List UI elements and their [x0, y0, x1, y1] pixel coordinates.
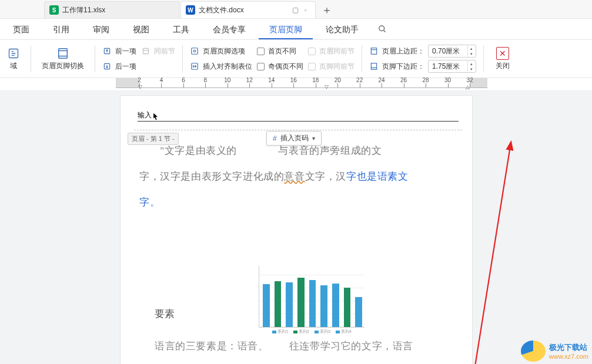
menu-view[interactable]: 视图: [122, 19, 160, 39]
ribbon-header-margin: 页眉上边距： 0.70厘米 ▴▾: [369, 45, 476, 57]
ribbon-header-same-section: 页眉同前节: [308, 45, 354, 57]
ribbon-first-diff[interactable]: 首页不同: [257, 45, 303, 57]
next-icon: [102, 62, 112, 71]
document-page[interactable]: 输入 页眉 - 第 1 节 - # 插入页码 ▾ 缩进"文字是由表义的隐藏占位与…: [121, 96, 472, 364]
menu-quote[interactable]: 引用: [42, 19, 80, 39]
header-margin-icon: [369, 46, 379, 56]
search-button[interactable]: [372, 25, 393, 33]
menu-thesis[interactable]: 论文助手: [315, 19, 369, 39]
indent-marker-right[interactable]: △: [466, 84, 470, 90]
field-icon: [7, 47, 20, 60]
chart-bars: [263, 269, 362, 327]
embedded-bar-chart[interactable]: 系列1系列2系列3系列4: [259, 266, 364, 328]
ribbon-odd-even-diff[interactable]: 奇偶页不同: [257, 60, 303, 72]
menu-tools[interactable]: 工具: [162, 19, 200, 39]
close-label: 关闭: [496, 61, 510, 71]
body-paragraph-2[interactable]: 语言的三要素是：语音、 往连带学习它的文字，语言: [155, 339, 457, 353]
footer-margin-icon: [369, 62, 379, 71]
ribbon-switch-label: 页眉页脚切换: [42, 61, 84, 71]
close-icon: ✕: [496, 47, 509, 60]
menu-page[interactable]: 页面: [2, 19, 40, 39]
header-edit-area[interactable]: 输入: [137, 109, 459, 129]
site-watermark: 极光下载站 www.xz7.com: [521, 341, 588, 362]
switch-hf-icon: [56, 47, 69, 60]
ribbon-same-section-group: 同前节 x: [141, 45, 175, 72]
tab-label: 文档文件.docx: [199, 5, 244, 15]
ribbon-section-group: 页眉同前节 页脚同前节: [308, 45, 354, 72]
checkbox-icon[interactable]: [257, 48, 265, 55]
svg-rect-8: [143, 48, 148, 53]
svg-rect-3: [59, 48, 68, 58]
ribbon-nav-group: 前一项 后一项: [102, 45, 136, 72]
tab-extra-controls: ▢ ◦: [292, 6, 307, 14]
checkbox-icon: [308, 63, 316, 70]
watermark-title: 极光下载站: [549, 342, 588, 353]
ribbon-next-item[interactable]: 后一项: [102, 60, 136, 72]
document-tab-docx[interactable]: W 文档文件.docx ▢ ◦: [180, 1, 316, 18]
ribbon-switch-hf[interactable]: 页眉页脚切换: [38, 47, 88, 71]
options-icon: [190, 46, 199, 56]
tabstop-icon: [190, 62, 199, 71]
document-tabstrip: S 工作簿11.xlsx W 文档文件.docx ▢ ◦ ＋: [0, 0, 592, 19]
ribbon-footer-margin: 页脚下边距： 1.75厘米 ▴▾: [369, 60, 476, 72]
header-margin-input[interactable]: 0.70厘米 ▴▾: [428, 45, 476, 58]
svg-rect-10: [192, 48, 198, 55]
ribbon-prev-item[interactable]: 前一项: [102, 45, 136, 57]
ribbon-hf-options[interactable]: 页眉页脚选项: [190, 45, 252, 57]
ribbon-field-label: 域: [10, 61, 17, 71]
document-tab-xlsx[interactable]: S 工作簿11.xlsx: [44, 1, 179, 18]
word-icon: W: [186, 5, 195, 15]
menu-review[interactable]: 审阅: [82, 19, 120, 39]
svg-point-0: [379, 26, 384, 31]
present-icon[interactable]: ▢: [292, 6, 299, 14]
menubar: 页面 引用 审阅 视图 工具 会员专享 页眉页脚 论文助手: [0, 19, 592, 40]
ribbon-diff-group: 首页不同 奇偶页不同: [257, 45, 303, 72]
checkbox-icon[interactable]: [257, 63, 265, 70]
search-icon: [378, 25, 387, 33]
hyperlink-text[interactable]: 字也是语素文: [346, 171, 409, 182]
ribbon-field[interactable]: 域: [4, 47, 24, 71]
hyperlink-text[interactable]: 字。: [139, 197, 160, 208]
ribbon-insert-tabstop[interactable]: 插入对齐制表位: [190, 60, 252, 72]
footer-margin-input[interactable]: 1.75厘米 ▴▾: [428, 60, 476, 73]
ribbon-footer-same-section: 页脚同前节: [308, 60, 354, 72]
svg-line-17: [474, 143, 511, 364]
svg-line-1: [383, 30, 385, 32]
header-placeholder[interactable]: 输入: [138, 110, 159, 120]
ribbon: 域 页眉页脚切换 前一项 后一项 同前节 x: [0, 40, 592, 78]
new-tab-button[interactable]: ＋: [317, 1, 337, 18]
watermark-url: www.xz7.com: [549, 353, 588, 360]
spreadsheet-icon: S: [49, 5, 59, 15]
subheading-elements[interactable]: 要素: [155, 307, 175, 321]
same-section-icon: [141, 46, 150, 56]
tab-label: 工作簿11.xlsx: [62, 5, 105, 15]
more-icon[interactable]: ◦: [305, 6, 307, 14]
prev-icon: [102, 46, 112, 56]
watermark-logo-icon: [521, 341, 546, 362]
body-paragraph-1[interactable]: 缩进"文字是由表义的隐藏占位与表音的声旁组成的文 字，汉字是由表形文字进化成的意…: [139, 138, 457, 216]
chart-legend: 系列1系列2系列3系列4: [259, 329, 364, 335]
checkbox-icon: [308, 48, 316, 55]
svg-rect-13: [371, 48, 376, 55]
spin-buttons[interactable]: ▴▾: [467, 61, 475, 72]
indent-marker[interactable]: ▽: [325, 84, 329, 90]
ruler-wrap: ▽ ▽ △ 2468101214161820222426283032: [0, 78, 592, 91]
menu-header-footer[interactable]: 页眉页脚: [259, 19, 313, 39]
menu-member[interactable]: 会员专享: [202, 19, 256, 39]
svg-rect-15: [371, 63, 376, 70]
workspace: 输入 页眉 - 第 1 节 - # 插入页码 ▾ 缩进"文字是由表义的隐藏占位与…: [0, 91, 592, 364]
spin-buttons[interactable]: ▴▾: [467, 46, 475, 56]
ribbon-options-group: 页眉页脚选项 插入对齐制表位: [190, 45, 252, 72]
annotation-arrow: [469, 138, 519, 364]
svg-point-11: [193, 50, 196, 52]
text-cursor-icon: [153, 113, 159, 121]
ribbon-margin-group: 页眉上边距： 0.70厘米 ▴▾ 页脚下边距： 1.75厘米 ▴▾: [369, 45, 476, 72]
ribbon-close-hf[interactable]: ✕ 关闭: [491, 47, 514, 71]
horizontal-ruler[interactable]: ▽ ▽ △ 2468101214161820222426283032: [116, 78, 487, 88]
ribbon-same-section: 同前节: [141, 45, 175, 57]
